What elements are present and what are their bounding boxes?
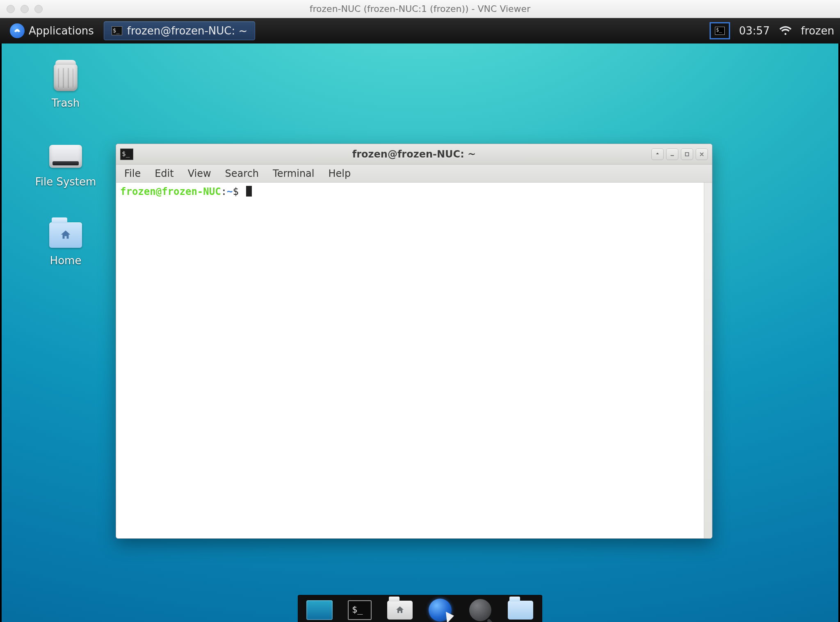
window-switcher-button[interactable] xyxy=(710,22,730,39)
file-manager-icon xyxy=(387,601,413,620)
window-minimize-button[interactable] xyxy=(666,149,678,160)
menu-view[interactable]: View xyxy=(188,168,211,179)
dock-web-browser[interactable] xyxy=(426,599,454,622)
trash-icon xyxy=(54,64,78,91)
remote-border-right xyxy=(838,18,840,622)
terminal-icon xyxy=(112,26,122,35)
terminal-scrollbar[interactable] xyxy=(704,183,712,538)
vnc-titlebar[interactable]: frozen-NUC (frozen-NUC:1 (frozen)) - VNC… xyxy=(0,0,840,18)
window-keep-above-button[interactable] xyxy=(651,149,664,160)
dock-folder[interactable] xyxy=(507,599,534,622)
vnc-viewer-window: frozen-NUC (frozen-NUC:1 (frozen)) - VNC… xyxy=(0,0,840,622)
prompt-separator: : xyxy=(221,186,227,197)
folder-icon xyxy=(49,222,82,248)
taskbar-item-terminal[interactable]: frozen@frozen-NUC: ~ xyxy=(104,21,255,40)
terminal-titlebar[interactable]: frozen@frozen-NUC: ~ xyxy=(116,144,712,165)
svg-rect-1 xyxy=(685,152,689,156)
home-icon xyxy=(387,601,413,620)
terminal-thumbnail-icon xyxy=(715,27,725,35)
window-maximize-button[interactable] xyxy=(681,149,693,160)
terminal-window-controls xyxy=(651,149,708,160)
xfce-top-panel: Applications frozen@frozen-NUC: ~ 03:57 … xyxy=(0,18,840,43)
terminal-app-icon xyxy=(120,149,133,160)
applications-menu-button[interactable]: Applications xyxy=(6,22,98,40)
home-icon xyxy=(49,222,82,248)
globe-icon xyxy=(429,599,452,622)
network-wifi-icon[interactable] xyxy=(779,24,792,37)
desktop-icon-home[interactable]: Home xyxy=(33,221,98,267)
desktop-icon-trash[interactable]: Trash xyxy=(33,63,98,109)
panel-clock[interactable]: 03:57 xyxy=(739,25,770,37)
dock-show-desktop[interactable] xyxy=(306,599,333,622)
traffic-zoom-icon[interactable] xyxy=(34,5,43,13)
desktop-icon-filesystem[interactable]: File System xyxy=(33,142,98,188)
menu-edit[interactable]: Edit xyxy=(155,168,173,179)
dock-file-manager[interactable] xyxy=(386,599,414,622)
menu-help[interactable]: Help xyxy=(329,168,351,179)
desktop-icon-trash-label: Trash xyxy=(52,97,80,109)
terminal-cursor-icon xyxy=(246,186,252,197)
menu-search[interactable]: Search xyxy=(225,168,259,179)
show-desktop-icon xyxy=(306,600,333,620)
menu-file[interactable]: File xyxy=(124,168,141,179)
prompt-path: ~ xyxy=(227,186,233,197)
traffic-minimize-icon[interactable] xyxy=(21,5,29,13)
xfce-bottom-dock xyxy=(298,595,542,622)
panel-right-group: 03:57 frozen xyxy=(710,22,834,39)
mac-traffic-lights xyxy=(7,5,43,13)
vnc-window-title: frozen-NUC (frozen-NUC:1 (frozen)) - VNC… xyxy=(0,4,840,14)
terminal-text-area[interactable]: frozen@frozen-NUC:~$ xyxy=(116,183,704,538)
dock-terminal[interactable] xyxy=(346,599,374,622)
terminal-window[interactable]: frozen@frozen-NUC: ~ xyxy=(116,144,712,539)
panel-username[interactable]: frozen xyxy=(801,25,834,37)
dock-app-finder[interactable] xyxy=(466,599,494,622)
terminal-body: frozen@frozen-NUC:~$ xyxy=(116,183,712,538)
taskbar-item-terminal-label: frozen@frozen-NUC: ~ xyxy=(127,25,247,37)
window-close-button[interactable] xyxy=(696,149,708,160)
terminal-window-title: frozen@frozen-NUC: ~ xyxy=(116,149,712,160)
folder-icon xyxy=(508,601,533,620)
xfce-logo-icon xyxy=(10,23,25,38)
applications-menu-label: Applications xyxy=(29,25,94,37)
drive-icon xyxy=(49,145,82,168)
desktop-icon-filesystem-label: File System xyxy=(35,176,96,188)
desktop-icon-home-label: Home xyxy=(50,254,82,267)
traffic-close-icon[interactable] xyxy=(7,5,15,13)
remote-border-left xyxy=(0,18,2,622)
remote-desktop[interactable]: Applications frozen@frozen-NUC: ~ 03:57 … xyxy=(0,18,840,622)
prompt-user-host: frozen@frozen-NUC xyxy=(120,186,221,197)
terminal-icon xyxy=(348,600,372,620)
menu-terminal[interactable]: Terminal xyxy=(273,168,314,179)
svg-rect-0 xyxy=(671,155,674,156)
prompt-symbol: $ xyxy=(233,186,239,197)
magnifier-icon xyxy=(469,599,491,621)
terminal-menubar: File Edit View Search Terminal Help xyxy=(116,165,712,183)
desktop-icons: Trash File System Home xyxy=(33,63,98,267)
